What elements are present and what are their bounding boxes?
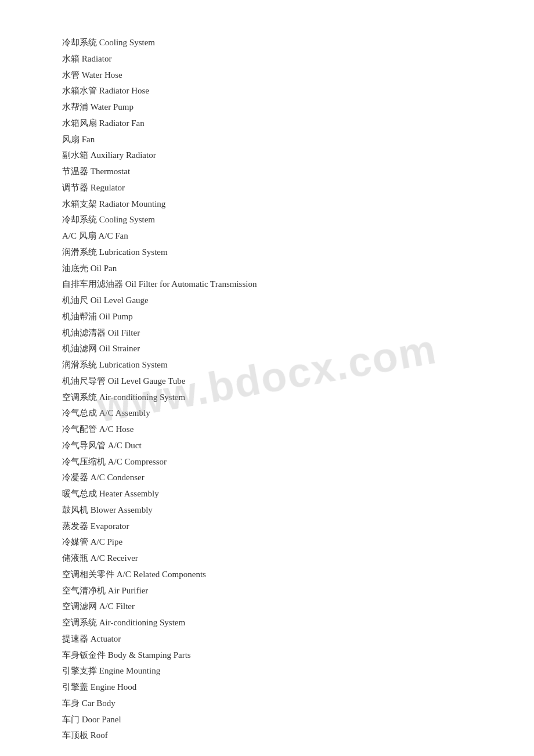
list-item: 冷气总成 A/C Assembly [62,405,472,422]
list-item: 冷却系统 Cooling System [62,35,472,51]
list-item: 水箱水管 Radiator Hose [62,83,472,99]
list-item: 车顶板 Roof [62,728,472,744]
list-item: 机油尺 Oil Level Gauge [62,293,472,309]
list-item: 引擎支撑 Engine Mounting [62,663,472,679]
list-item: 空调滤网 A/C Filter [62,599,472,615]
list-item: 水帮浦 Water Pump [62,99,472,116]
list-item: 蒸发器 Evaporator [62,519,472,535]
list-item: 水箱风扇 Radiator Fan [62,116,472,132]
list-item: 鼓风机 Blower Assembly [62,502,472,519]
list-item: 空调相关零件 A/C Related Components [62,567,472,583]
list-item: 风扇 Fan [62,132,472,148]
list-item: 引擎盖 Engine Hood [62,679,472,696]
list-item: 机油滤网 Oil Strainer [62,341,472,357]
list-item: 自排车用滤油器 Oil Filter for Automatic Transmi… [62,276,472,293]
list-item: 储液瓶 A/C Receiver [62,550,472,567]
list-item: 调节器 Regulator [62,180,472,196]
list-item: 机油滤清器 Oil Filter [62,325,472,341]
list-item: 润滑系统 Lubrication System [62,357,472,373]
list-item: 机油尺导管 Oil Level Gauge Tube [62,373,472,390]
list-item: 车身 Car Body [62,696,472,712]
list-item: 机油帮浦 Oil Pump [62,309,472,325]
list-item: 冷气压缩机 A/C Compressor [62,454,472,470]
list-item: 冷凝器 A/C Condenser [62,470,472,486]
page-content: 冷却系统 Cooling System水箱 Radiator水管 Water H… [0,0,534,756]
list-item: 车门 Door Panel [62,712,472,728]
list-item: 暖气总成 Heater Assembly [62,486,472,502]
list-item: 水箱支架 Radiator Mounting [62,196,472,213]
list-item: 提速器 Actuator [62,631,472,647]
list-item: 油底壳 Oil Pan [62,261,472,277]
list-item: 冷气导风管 A/C Duct [62,438,472,454]
list-item: 副水箱 Auxiliary Radiator [62,147,472,164]
list-item: 冷媒管 A/C Pipe [62,534,472,550]
list-item: 空调系统 Air-conditioning System [62,390,472,406]
list-item: 空调系统 Air-conditioning System [62,615,472,631]
list-item: A/C 风扇 A/C Fan [62,228,472,244]
list-item: 空气清净机 Air Purifier [62,583,472,599]
list-item: 水箱 Radiator [62,51,472,67]
list-item: 冷却系统 Cooling System [62,212,472,228]
list-item: 水管 Water Hose [62,67,472,84]
list-item: 润滑系统 Lubrication System [62,244,472,261]
list-item: 冷气配管 A/C Hose [62,422,472,438]
items-list: 冷却系统 Cooling System水箱 Radiator水管 Water H… [62,35,472,744]
list-item: 节温器 Thermostat [62,164,472,180]
list-item: 车身钣金件 Body & Stamping Parts [62,647,472,664]
